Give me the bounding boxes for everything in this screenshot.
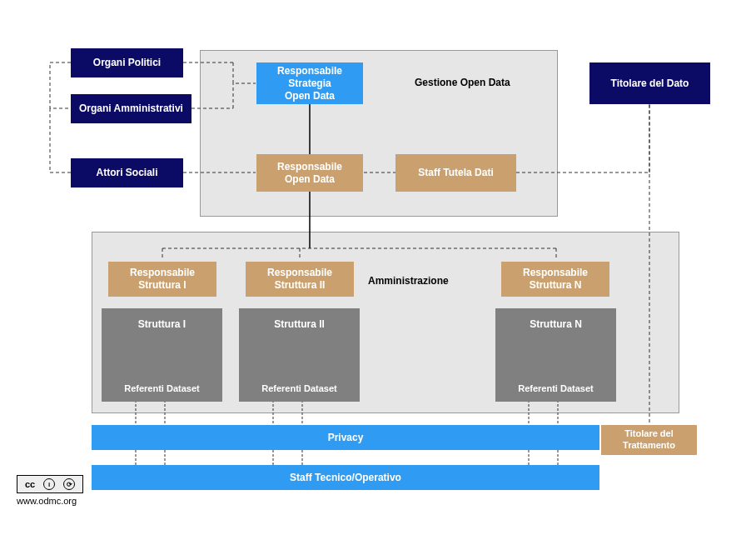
label-struttura-n: Struttura N	[495, 318, 616, 330]
cc-badge: cc i ⟳	[17, 475, 83, 493]
cc-text: cc	[25, 479, 35, 489]
label-struttura-1: Struttura I	[102, 318, 222, 330]
box-resp-struttura-1: Responsabile Struttura I	[108, 262, 216, 297]
cc-by-icon: i	[43, 478, 55, 490]
bar-staff-tecnico: Staff Tecnico/Operativo	[92, 465, 599, 490]
label-referenti-2: Referenti Dataset	[239, 383, 360, 393]
box-struttura-1: Struttura I Referenti Dataset	[102, 308, 222, 402]
box-titolare-trattamento: Titolare del Trattamento	[601, 425, 697, 455]
box-resp-struttura-n: Responsabile Struttura N	[501, 262, 609, 297]
label-referenti-n: Referenti Dataset	[495, 383, 616, 393]
box-titolare-del-dato: Titolare del Dato	[589, 62, 710, 104]
footer-url: www.odmc.org	[17, 496, 77, 506]
bar-privacy: Privacy	[92, 425, 599, 450]
box-resp-struttura-2: Responsabile Struttura II	[246, 262, 354, 297]
diagram-canvas: Gestione Open Data Amministrazione	[0, 0, 756, 535]
box-organi-politici: Organi Politici	[71, 48, 183, 78]
label-referenti-1: Referenti Dataset	[102, 383, 222, 393]
cc-sa-icon: ⟳	[63, 478, 75, 490]
box-organi-amministrativi: Organi Amministrativi	[71, 94, 191, 123]
box-struttura-n: Struttura N Referenti Dataset	[495, 308, 616, 402]
label-struttura-2: Struttura II	[239, 318, 360, 330]
box-struttura-2: Struttura II Referenti Dataset	[239, 308, 360, 402]
box-resp-strategia: Responsabile Strategia Open Data	[256, 62, 363, 104]
box-staff-tutela-dati: Staff Tutela Dati	[395, 154, 516, 192]
box-resp-open-data: Responsabile Open Data	[256, 154, 363, 192]
box-attori-sociali: Attori Sociali	[71, 158, 183, 188]
